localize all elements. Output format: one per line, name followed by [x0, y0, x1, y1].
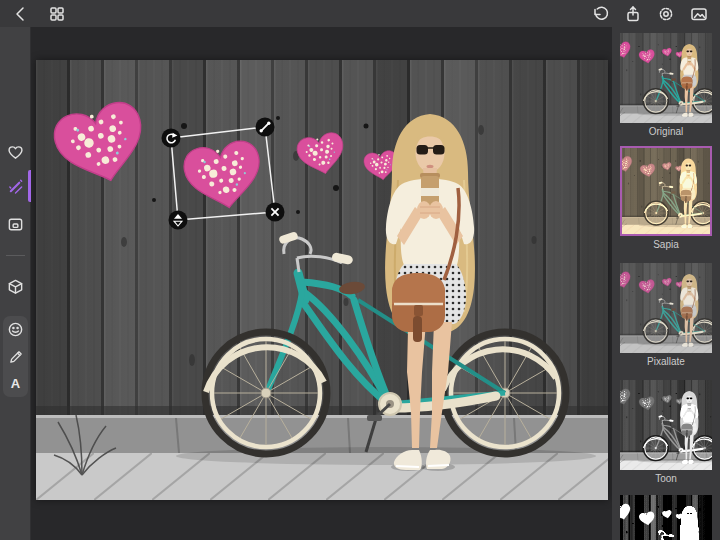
photo-library-button[interactable]	[684, 0, 714, 27]
filter-item-original[interactable]: Original	[620, 33, 712, 137]
undo-icon	[591, 5, 609, 23]
filter-item-sapia[interactable]: Sapia	[620, 146, 712, 250]
filters-panel: Original Sapia Pixallate Toon	[612, 27, 720, 540]
cube-icon	[7, 278, 24, 295]
tool-favorites[interactable]	[0, 137, 31, 167]
tools-sidebar: A	[0, 27, 31, 540]
filter-thumb-sapia	[620, 146, 712, 236]
editor-canvas	[31, 27, 612, 540]
tool-frame[interactable]	[0, 209, 31, 239]
smiley-icon	[7, 321, 24, 338]
tool-draw[interactable]	[3, 343, 28, 370]
filter-label: Original	[620, 126, 712, 137]
active-tool-indicator	[28, 170, 31, 202]
undo-button[interactable]	[585, 0, 615, 27]
filter-thumb-original	[620, 33, 712, 123]
settings-button[interactable]	[651, 0, 681, 27]
text-tool-icon: A	[11, 376, 20, 391]
resize-handle[interactable]	[256, 118, 275, 137]
tool-effects[interactable]	[0, 171, 31, 201]
tools-divider	[6, 255, 25, 256]
share-button[interactable]	[618, 0, 648, 27]
frame-icon	[7, 216, 24, 233]
filter-label: Sapia	[620, 239, 712, 250]
apps-grid-button[interactable]	[42, 0, 72, 27]
delete-handle[interactable]	[266, 203, 285, 222]
apps-grid-icon	[48, 5, 66, 23]
tool-text[interactable]: A	[3, 370, 28, 397]
back-icon	[12, 5, 30, 23]
filter-item-pixallate[interactable]: Pixallate	[620, 263, 712, 367]
filter-item-toon[interactable]: Toon	[620, 380, 712, 484]
filter-thumb-sketch	[620, 495, 712, 540]
back-button[interactable]	[6, 0, 36, 27]
gear-icon	[657, 5, 675, 23]
edited-photo[interactable]	[36, 60, 608, 500]
filter-label: Toon	[620, 473, 712, 484]
heart-icon	[7, 144, 24, 161]
pencil-icon	[8, 349, 24, 365]
tool-3d-objects[interactable]	[0, 271, 31, 301]
photo-workspace[interactable]	[36, 60, 608, 500]
share-icon	[624, 5, 642, 23]
filter-label: Pixallate	[620, 356, 712, 367]
photo-icon	[690, 5, 708, 23]
flip-handle[interactable]	[169, 211, 188, 230]
tool-sticker[interactable]	[3, 316, 28, 343]
topbar	[0, 0, 720, 27]
magic-wand-icon	[7, 178, 24, 195]
filter-item-sketch[interactable]	[620, 495, 712, 540]
photo-editor-app: A	[0, 0, 720, 540]
rotate-handle[interactable]	[162, 129, 181, 148]
filter-thumb-pixallate	[620, 263, 712, 353]
filter-thumb-toon	[620, 380, 712, 470]
insert-tools-group: A	[3, 316, 28, 397]
